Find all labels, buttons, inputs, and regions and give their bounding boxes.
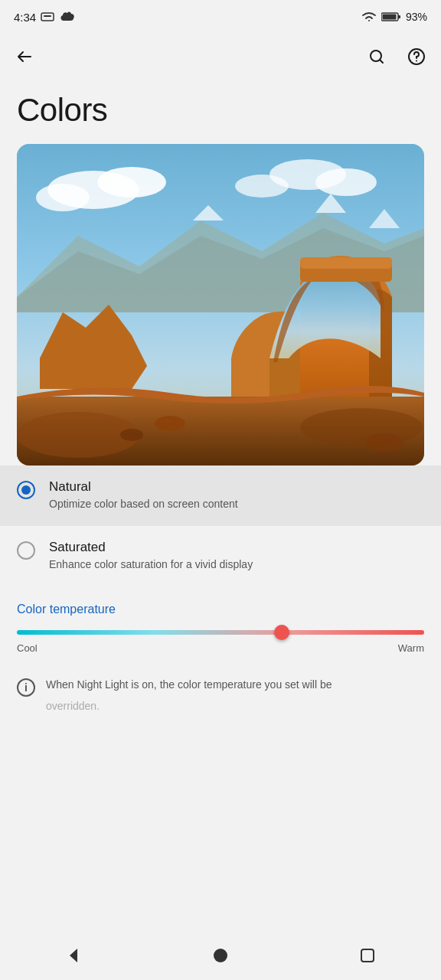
svg-rect-3 [398, 15, 400, 18]
cool-label: Cool [17, 642, 38, 654]
slider-labels: Cool Warm [17, 642, 424, 654]
info-overflow-text: overridden. [17, 700, 424, 712]
preview-image [17, 144, 424, 466]
battery-percent: 93% [406, 11, 427, 23]
info-text: When Night Light is on, the color temper… [46, 677, 332, 693]
nav-bar [0, 934, 441, 980]
radio-natural[interactable] [17, 481, 35, 499]
wifi-icon [361, 11, 377, 22]
svg-rect-1 [44, 15, 51, 17]
app-bar-icons [360, 40, 433, 74]
svg-point-27 [155, 416, 185, 431]
arch-scene-svg [17, 144, 424, 466]
nav-home-button[interactable] [201, 939, 240, 972]
color-temperature-section: Color temperature Cool Warm [0, 586, 441, 660]
svg-point-31 [214, 949, 227, 962]
option-saturated-label: Saturated [49, 540, 253, 555]
cloud-icon [59, 11, 76, 22]
info-section: i When Night Light is on, the color temp… [0, 660, 441, 727]
status-right: 93% [361, 11, 427, 23]
page-title: Colors [17, 92, 424, 129]
svg-rect-4 [382, 15, 396, 20]
option-saturated-text: Saturated Enhance color saturation for a… [49, 540, 253, 573]
option-natural[interactable]: Natural Optimize color based on screen c… [0, 466, 441, 526]
slider-thumb[interactable] [274, 625, 289, 640]
svg-marker-30 [70, 949, 77, 962]
svg-rect-32 [361, 949, 374, 962]
svg-point-29 [365, 433, 403, 452]
svg-point-14 [235, 175, 289, 198]
info-icon: i [17, 678, 35, 697]
option-saturated[interactable]: Saturated Enhance color saturation for a… [0, 526, 441, 586]
option-natural-label: Natural [49, 479, 238, 495]
svg-point-11 [36, 184, 90, 211]
search-button[interactable] [360, 40, 394, 74]
info-icon-row: i When Night Light is on, the color temp… [17, 677, 424, 697]
app-bar [0, 34, 441, 80]
svg-rect-23 [300, 257, 392, 269]
page-title-section: Colors [0, 80, 441, 144]
sim-icon [41, 11, 54, 22]
slider-track[interactable] [17, 630, 424, 635]
battery-icon [381, 11, 401, 22]
nav-back-button[interactable] [54, 939, 93, 972]
radio-saturated[interactable] [17, 541, 35, 560]
nav-recents-button[interactable] [348, 939, 387, 972]
status-bar: 4:34 93% [0, 0, 441, 34]
slider-container [17, 630, 424, 635]
svg-point-28 [120, 429, 143, 441]
back-button[interactable] [8, 40, 41, 74]
svg-point-10 [97, 167, 166, 198]
svg-point-13 [315, 168, 377, 196]
option-natural-desc: Optimize color based on screen content [49, 497, 238, 512]
color-temperature-label[interactable]: Color temperature [17, 603, 424, 616]
status-left: 4:34 [14, 11, 76, 24]
status-time: 4:34 [14, 11, 36, 24]
options-list: Natural Optimize color based on screen c… [0, 466, 441, 586]
option-saturated-desc: Enhance color saturation for a vivid dis… [49, 557, 253, 573]
warm-label: Warm [398, 642, 424, 654]
svg-point-7 [416, 60, 417, 62]
help-button[interactable] [400, 40, 433, 74]
svg-point-26 [300, 408, 423, 446]
option-natural-text: Natural Optimize color based on screen c… [49, 479, 238, 512]
